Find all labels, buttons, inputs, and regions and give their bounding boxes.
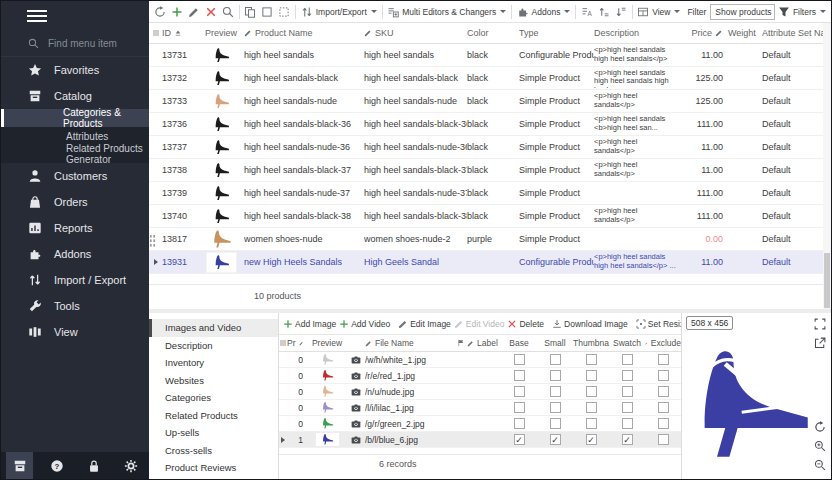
base-checkbox[interactable] [514, 402, 525, 413]
product-row-13739[interactable]: 13739 high heel sandals-nude-37 high hee… [149, 182, 823, 205]
zoom-in-icon[interactable] [814, 440, 826, 452]
checkbox-select-button[interactable] [259, 3, 275, 21]
sidebar-item-catalog[interactable]: Catalog [1, 83, 149, 109]
filter-select[interactable]: Show products from selected categories [710, 4, 775, 20]
move-down-button[interactable] [613, 3, 629, 21]
base-checkbox[interactable] [514, 386, 525, 397]
view-button[interactable]: View [635, 3, 682, 21]
exclude-checkbox[interactable] [658, 370, 669, 381]
sidebar-item-categories-products[interactable]: Categories & Products [1, 109, 149, 127]
small-checkbox[interactable] [550, 434, 561, 445]
base-checkbox[interactable] [514, 354, 525, 365]
import-export-button[interactable]: Import/Export [299, 3, 379, 21]
thumbnail-checkbox[interactable] [586, 418, 597, 429]
sidebar-item-favorites[interactable]: Favorites [1, 57, 149, 83]
add-video-button[interactable]: Add Video [338, 315, 391, 333]
thumbnail-checkbox[interactable] [586, 402, 597, 413]
col-id[interactable]: ID [162, 28, 198, 38]
base-checkbox[interactable] [514, 418, 525, 429]
edit-product-button[interactable] [186, 3, 202, 21]
marquee-select-button[interactable] [276, 3, 292, 21]
col-weight[interactable]: Weight [728, 28, 762, 38]
refresh-button[interactable] [152, 3, 168, 21]
sidebar-search-input[interactable]: Find menu item [1, 31, 149, 57]
sidebar-item-related-products-generator[interactable]: Related Products Generator [1, 145, 149, 163]
col-label[interactable]: Label [467, 338, 501, 348]
exclude-checkbox[interactable] [658, 418, 669, 429]
tab-inventory[interactable]: Inventory [149, 354, 278, 372]
exclude-checkbox[interactable] [658, 386, 669, 397]
thumbnail-checkbox[interactable] [586, 386, 597, 397]
image-row-nude[interactable]: 0 /n/u/nude.jpg [279, 384, 681, 400]
swatch-checkbox[interactable] [622, 386, 633, 397]
sidebar-item-addons[interactable]: Addons [1, 241, 149, 267]
download-image-button[interactable]: Download Image [551, 315, 629, 333]
col-preview[interactable]: Preview [198, 28, 244, 38]
help-button[interactable] [43, 452, 70, 479]
small-checkbox[interactable] [550, 386, 561, 397]
col-base[interactable]: Base [501, 338, 537, 348]
product-row-13736[interactable]: 13736 high heel sandals-black-36 high he… [149, 113, 823, 136]
multi-editors-changers-button[interactable]: Multi Editors & Changers [385, 3, 508, 21]
product-row-13931-selected[interactable]: 13931 new High Heels Sandals High Geels … [149, 251, 823, 274]
sidebar-item-orders[interactable]: Orders [1, 189, 149, 215]
copy-button[interactable] [242, 3, 258, 21]
filters-button[interactable]: Filters [776, 3, 828, 21]
swatch-checkbox[interactable] [622, 370, 633, 381]
tab-up-sells[interactable]: Up-sells [149, 424, 278, 442]
set-resize-rule-button[interactable]: Set Resize Rule [635, 315, 681, 333]
open-external-icon[interactable] [814, 337, 826, 349]
col-description[interactable]: Description [594, 28, 684, 38]
col-attribute-set[interactable]: Attribute Set Name [762, 28, 823, 38]
tab-description[interactable]: Description [149, 337, 278, 355]
rotate-icon[interactable] [814, 421, 826, 433]
product-row-13737[interactable]: 13737 high heel sandals-nude-36 high hee… [149, 136, 823, 159]
tab-images-and-video[interactable]: Images and Video [149, 319, 278, 337]
zoom-out-icon[interactable] [814, 459, 826, 471]
addons-button[interactable]: Addons [515, 3, 573, 21]
swatch-checkbox[interactable] [622, 434, 633, 445]
small-checkbox[interactable] [550, 418, 561, 429]
sidebar-item-import-export[interactable]: Import / Export [1, 267, 149, 293]
product-row-13731[interactable]: 13731 high heel sandals high heel sandal… [149, 44, 823, 67]
swatch-checkbox[interactable] [622, 354, 633, 365]
col-swatch[interactable]: Swatch [609, 338, 645, 348]
image-row-lilac[interactable]: 0 /l/i/lilac_1.jpg [279, 400, 681, 416]
sidebar-item-customers[interactable]: Customers [1, 163, 149, 189]
sidebar-item-view[interactable]: View [1, 319, 149, 345]
tab-websites[interactable]: Websites [149, 372, 278, 390]
fullscreen-icon[interactable] [814, 318, 826, 330]
base-checkbox[interactable] [514, 370, 525, 381]
col-position[interactable]: Pr [287, 338, 307, 348]
vertical-scrollbar[interactable] [823, 23, 831, 309]
col-file-name[interactable]: File Name [365, 338, 455, 348]
tab-related-products[interactable]: Related Products [149, 407, 278, 425]
product-row-13817[interactable]: 13817 women shoes-nude women shoes-nude-… [149, 228, 823, 251]
small-checkbox[interactable] [550, 370, 561, 381]
hamburger-menu-icon[interactable] [1, 1, 149, 31]
exclude-checkbox[interactable] [658, 402, 669, 413]
tab-categories[interactable]: Categories [149, 389, 278, 407]
search-button[interactable] [220, 3, 236, 21]
image-row-white[interactable]: 0 /w/h/white_1.jpg [279, 352, 681, 368]
col-image-preview[interactable]: Preview [307, 338, 347, 348]
sidebar-item-tools[interactable]: Tools [1, 293, 149, 319]
col-color[interactable]: Color [467, 28, 519, 38]
settings-button[interactable] [117, 452, 144, 479]
col-flag[interactable] [455, 339, 467, 347]
product-row-13738[interactable]: 13738 high heel sandals-black-37 high he… [149, 159, 823, 182]
product-row-13732[interactable]: 13732 high heel sandals-black high heel … [149, 67, 823, 90]
col-sku[interactable]: SKU [364, 28, 467, 38]
edit-image-button[interactable]: Edit Image [397, 315, 452, 333]
delete-product-button[interactable] [203, 3, 219, 21]
product-row-13740[interactable]: 13740 high heel sandals-black-38 high he… [149, 205, 823, 228]
move-up-button[interactable] [596, 3, 612, 21]
product-row-13733[interactable]: 13733 high heel sandals-nude high heel s… [149, 90, 823, 113]
image-row-green[interactable]: 0 /g/r/green_2.jpg [279, 416, 681, 432]
exclude-checkbox[interactable] [658, 354, 669, 365]
thumbnail-checkbox[interactable] [586, 370, 597, 381]
col-exclude[interactable]: Exclude [645, 338, 681, 348]
store-manager-button[interactable] [6, 452, 33, 479]
add-product-button[interactable] [169, 3, 185, 21]
base-checkbox[interactable] [514, 434, 525, 445]
